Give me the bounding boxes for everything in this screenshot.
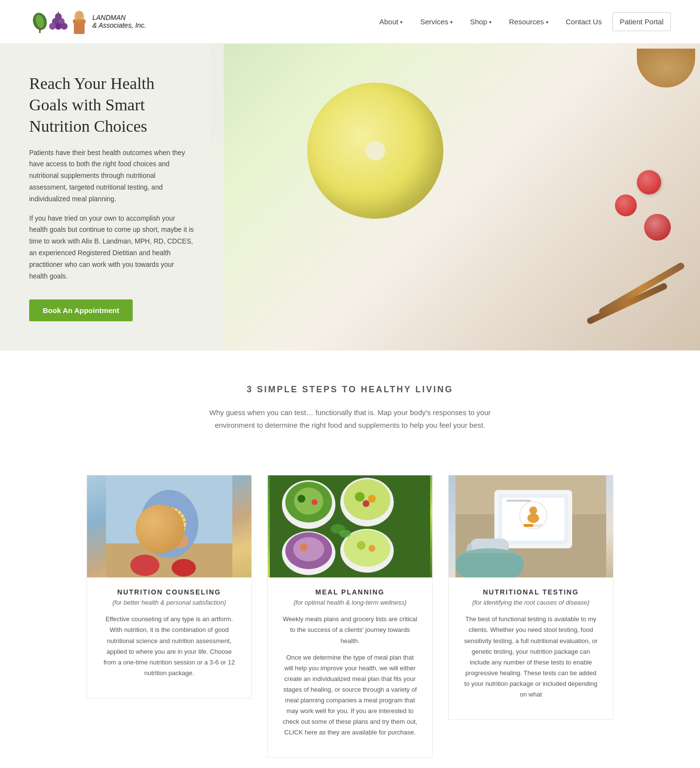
hero-background-image [210, 44, 700, 350]
steps-subtitle: Why guess when you can test… functionall… [204, 406, 496, 431]
card-title-nutrition-counseling: NUTRITION COUNSELING [101, 588, 238, 596]
services-cards-row: NUTRITION COUNSELING {for better health … [0, 475, 700, 768]
card-body-meal-planning: MEAL PLANNING {for optimal health & long… [268, 577, 432, 757]
svg-point-8 [61, 23, 68, 30]
svg-point-21 [130, 555, 159, 576]
svg-point-5 [55, 13, 62, 20]
chevron-down-icon: ▾ [489, 19, 491, 25]
raspberry-3 [644, 214, 671, 241]
card-subtitle-nutrition-counseling: {for better health & personal satisfacti… [101, 599, 238, 606]
card-body-nutritional-testing: NUTRITIONAL TESTING {for identifying the… [449, 577, 613, 719]
raspberry-2 [615, 194, 637, 216]
steps-section: 3 SIMPLE STEPS TO HEALTHY LIVING Why gue… [0, 350, 700, 475]
card-meal-planning: MEAL PLANNING {for optimal health & long… [267, 475, 433, 758]
svg-point-16 [140, 490, 198, 558]
site-header: LANDMAN & Associates, Inc. About ▾ Servi… [0, 0, 700, 44]
nav-shop[interactable]: Shop ▾ [463, 13, 498, 31]
card-img-meal-planning [268, 475, 432, 577]
svg-point-43 [339, 530, 351, 538]
hero-title: Reach Your Health Goals with Smart Nutri… [29, 73, 194, 138]
nav-about[interactable]: About ▾ [372, 13, 409, 31]
card-text-nutritional-testing: The best of functional testing is availa… [462, 614, 599, 700]
nav-services[interactable]: Services ▾ [413, 13, 459, 31]
card-subtitle-nutritional-testing: {for identifying the root causes of dise… [462, 599, 599, 606]
svg-rect-58 [455, 553, 524, 577]
card-text-nutrition-counseling: Effective counseling of any type is an a… [101, 614, 238, 679]
svg-point-41 [368, 545, 375, 552]
svg-point-7 [49, 23, 56, 30]
svg-point-33 [363, 500, 369, 507]
svg-point-27 [298, 495, 305, 503]
svg-point-32 [368, 495, 376, 503]
card-title-nutritional-testing: NUTRITIONAL TESTING [462, 588, 599, 596]
hero-section: Reach Your Health Goals with Smart Nutri… [0, 44, 700, 350]
steps-title: 3 SIMPLE STEPS TO HEALTHY LIVING [39, 384, 661, 395]
svg-rect-53 [524, 524, 533, 527]
svg-point-20 [154, 508, 185, 540]
card-text-meal-planning-2: Once we determine the type of meal plan … [281, 652, 419, 738]
logo-text: LANDMAN & Associates, Inc. [92, 14, 146, 29]
cinnamon-stick-2 [586, 282, 668, 325]
hero-visual [210, 44, 700, 350]
chevron-down-icon: ▾ [546, 19, 548, 25]
main-nav: About ▾ Services ▾ Shop ▾ Resources ▾ Co… [372, 12, 671, 31]
svg-point-37 [300, 543, 308, 551]
nav-patient-portal[interactable]: Patient Portal [612, 12, 671, 31]
raspberry-1 [637, 170, 661, 194]
svg-point-28 [312, 499, 317, 505]
svg-point-36 [293, 537, 324, 561]
lemon-decoration [307, 83, 443, 219]
svg-point-30 [344, 479, 390, 520]
svg-point-50 [529, 506, 537, 514]
svg-point-18 [152, 507, 186, 541]
card-img-nutrition-counseling [87, 475, 251, 577]
hero-paragraph-1: Patients have their best health outcomes… [29, 147, 194, 205]
chevron-down-icon: ▾ [450, 19, 453, 25]
logo-name: LANDMAN [92, 14, 146, 21]
svg-point-31 [355, 492, 365, 502]
svg-point-51 [527, 513, 539, 523]
card-nutrition-counseling: NUTRITION COUNSELING {for better health … [87, 475, 252, 698]
book-appointment-button[interactable]: Book An Appointment [29, 299, 133, 321]
chevron-down-icon: ▾ [400, 19, 402, 25]
bowl-decoration [637, 49, 695, 87]
card-title-meal-planning: MEAL PLANNING [281, 588, 419, 596]
hero-content: Reach Your Health Goals with Smart Nutri… [0, 44, 224, 350]
nutrition-counseling-image [106, 475, 232, 577]
svg-point-40 [357, 541, 366, 550]
svg-point-39 [344, 530, 390, 567]
nutritional-testing-image [455, 475, 606, 577]
nav-resources[interactable]: Resources ▾ [502, 13, 555, 31]
svg-point-6 [55, 23, 62, 30]
svg-point-19 [155, 509, 184, 539]
card-subtitle-meal-planning: {for optimal health & long-term wellness… [281, 599, 419, 606]
logo-icons [29, 8, 88, 36]
meal-planning-image [270, 475, 430, 577]
logo[interactable]: LANDMAN & Associates, Inc. [29, 8, 146, 36]
card-body-nutrition-counseling: NUTRITION COUNSELING {for better health … [87, 577, 251, 698]
card-nutritional-testing: NUTRITIONAL TESTING {for identifying the… [448, 475, 613, 720]
card-text-meal-planning-1: Weekly meals plans and grocery lists are… [281, 614, 419, 646]
svg-rect-17 [150, 534, 189, 548]
logo-svg [29, 8, 88, 36]
svg-point-13 [76, 12, 82, 19]
nav-contact[interactable]: Contact Us [559, 13, 609, 31]
hero-paragraph-2: If you have tried on your own to accompl… [29, 213, 194, 282]
card-img-nutritional-testing [449, 475, 613, 577]
logo-tagline: & Associates, Inc. [92, 22, 146, 29]
svg-rect-54 [507, 500, 531, 502]
svg-rect-15 [106, 543, 232, 577]
svg-point-22 [172, 559, 196, 576]
